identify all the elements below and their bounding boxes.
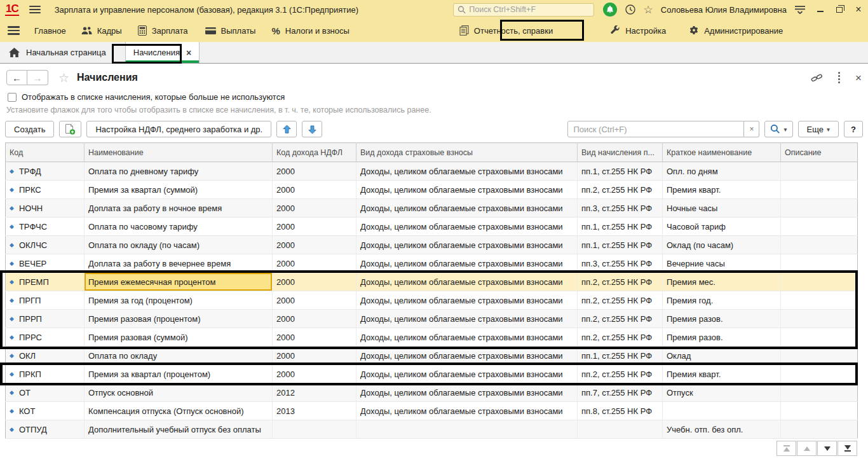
table-row[interactable]: ◆ОТ Отпуск основной 2012 Доходы, целиком… — [6, 384, 858, 402]
cell-accrual-kind[interactable]: пп.1, ст.255 НК РФ — [578, 347, 663, 365]
window-minimize-button[interactable] — [816, 4, 825, 15]
list-search-input[interactable] — [567, 121, 744, 137]
cell-description[interactable] — [781, 199, 858, 218]
sections-panel-icon[interactable] — [8, 26, 20, 35]
cell-accrual-kind[interactable]: пп.3, ст.255 НК РФ — [578, 199, 663, 218]
history-button[interactable] — [625, 4, 636, 15]
scroll-to-bottom-button[interactable] — [837, 441, 857, 456]
cell-description[interactable] — [781, 328, 858, 347]
cell-description[interactable] — [781, 254, 858, 273]
main-menu-icon[interactable] — [29, 6, 41, 13]
cell-short-name[interactable]: Оклад — [663, 347, 781, 365]
cell-description[interactable] — [781, 347, 858, 365]
menu-item-payments[interactable]: Выплаты — [205, 26, 256, 36]
cell-short-name[interactable]: Ночные часы — [663, 199, 781, 218]
column-header-description[interactable]: Описание — [781, 143, 858, 162]
table-row[interactable]: ◆ТРФЧС Оплата по часовому тарифу 2000 До… — [6, 218, 858, 236]
search-clear-button[interactable]: × — [744, 121, 759, 137]
cell-ndfl-code[interactable]: 2000 — [273, 347, 356, 365]
cell-description[interactable] — [781, 236, 858, 254]
table-row[interactable]: ◆ОКЛ Оплата по окладу 2000 Доходы, целик… — [6, 347, 858, 365]
nav-forward-button[interactable]: → — [27, 70, 48, 85]
cell-name[interactable]: Премия за год (процентом) — [85, 291, 273, 310]
ndfl-settings-button[interactable]: Настройка НДФЛ, среднего заработка и др. — [86, 121, 271, 137]
cell-short-name[interactable]: Премия разов. — [663, 310, 781, 328]
menu-item-hr[interactable]: Кадры — [81, 26, 122, 36]
cell-description[interactable] — [781, 310, 858, 328]
scroll-to-top-button[interactable] — [776, 441, 796, 456]
cell-name[interactable]: Премия ежемесячная процентом — [85, 273, 273, 291]
cell-name[interactable]: Дополнительный учебный отпуск без оплаты — [85, 420, 273, 439]
table-row[interactable]: ◆ПРЕМП Премия ежемесячная процентом 2000… — [6, 273, 858, 291]
cell-accrual-kind[interactable]: пп.2, ст.255 НК РФ — [578, 291, 663, 310]
favorites-button[interactable]: ☆ — [644, 3, 653, 17]
cell-accrual-kind[interactable]: пп.2, ст.255 НК РФ — [578, 181, 663, 199]
cell-accrual-kind[interactable]: пп.7, ст.255 НК РФ — [578, 384, 663, 402]
cell-ndfl-code[interactable] — [273, 420, 356, 439]
cell-ndfl-code[interactable]: 2000 — [273, 218, 356, 236]
form-more-icon[interactable] — [837, 71, 841, 85]
global-search-input[interactable] — [469, 5, 589, 14]
table-row[interactable]: ◆ПРРП Премия разовая (процентом) 2000 До… — [6, 310, 858, 328]
column-header-short[interactable]: Краткое наименование — [663, 143, 781, 162]
notifications-button[interactable] — [603, 3, 617, 17]
cell-ndfl-code[interactable]: 2000 — [273, 291, 356, 310]
cell-short-name[interactable] — [663, 402, 781, 420]
get-link-button[interactable] — [811, 73, 823, 83]
menu-item-taxes[interactable]: % Налоги и взносы — [271, 25, 349, 36]
cell-name[interactable]: Оплата по часовому тарифу — [85, 218, 273, 236]
cell-short-name[interactable]: Премия кварт. — [663, 181, 781, 199]
cell-ndfl-code[interactable]: 2013 — [273, 402, 356, 420]
table-row[interactable]: ◆ПРРС Премия разовая (суммой) 2000 Доход… — [6, 328, 858, 347]
column-header-code[interactable]: Код — [6, 143, 85, 162]
scroll-down-button[interactable] — [817, 441, 837, 456]
menu-item-salary[interactable]: Зарплата — [138, 25, 188, 36]
cell-insurance-income[interactable]: Доходы, целиком облагаемые страховыми вз… — [356, 236, 578, 254]
cell-description[interactable] — [781, 291, 858, 310]
cell-insurance-income[interactable]: Доходы, целиком облагаемые страховыми вз… — [356, 402, 578, 420]
form-close-icon[interactable]: × — [855, 73, 862, 83]
cell-short-name[interactable]: Учебн. отп. без опл. — [663, 420, 781, 439]
cell-insurance-income[interactable]: Доходы, целиком облагаемые страховыми вз… — [356, 273, 578, 291]
cell-ndfl-code[interactable]: 2000 — [273, 199, 356, 218]
table-row[interactable]: ◆ОТПУД Дополнительный учебный отпуск без… — [6, 420, 858, 439]
tab-home[interactable]: Начальная страница — [0, 42, 115, 63]
cell-name[interactable]: Премия за квартал (суммой) — [85, 181, 273, 199]
cell-accrual-kind[interactable]: пп.2, ст.255 НК РФ — [578, 365, 663, 384]
cell-accrual-kind[interactable]: пп.1, ст.255 НК РФ — [578, 218, 663, 236]
form-favorite-star-icon[interactable]: ☆ — [58, 71, 69, 85]
cell-insurance-income[interactable] — [356, 420, 578, 439]
search-options-button[interactable]: ▾ — [764, 121, 792, 137]
cell-short-name[interactable]: Премия разов. — [663, 328, 781, 347]
cell-short-name[interactable]: Опл. по дням — [663, 162, 781, 181]
cell-insurance-income[interactable]: Доходы, целиком облагаемые страховыми вз… — [356, 291, 578, 310]
cell-description[interactable] — [781, 181, 858, 199]
nav-back-button[interactable]: ← — [6, 70, 27, 85]
move-down-button[interactable] — [302, 121, 322, 137]
show-unused-checkbox[interactable] — [8, 93, 17, 102]
menu-item-settings[interactable]: Настройка — [610, 25, 666, 36]
cell-accrual-kind[interactable]: пп.2, ст.255 НК РФ — [578, 310, 663, 328]
cell-short-name[interactable]: Премия год. — [663, 291, 781, 310]
cell-short-name[interactable]: Вечерние часы — [663, 254, 781, 273]
table-row[interactable]: ◆ПРГП Премия за год (процентом) 2000 Дох… — [6, 291, 858, 310]
cell-name[interactable]: Премия за квартал (процентом) — [85, 365, 273, 384]
column-header-ndfl[interactable]: Код дохода НДФЛ — [273, 143, 356, 162]
cell-name[interactable]: Компенсация отпуска (Отпуск основной) — [85, 402, 273, 420]
cell-insurance-income[interactable]: Доходы, целиком облагаемые страховыми вз… — [356, 254, 578, 273]
table-row[interactable]: ◆КОТ Компенсация отпуска (Отпуск основно… — [6, 402, 858, 420]
window-restore-button[interactable] — [835, 4, 844, 15]
cell-insurance-income[interactable]: Доходы, целиком облагаемые страховыми вз… — [356, 328, 578, 347]
cell-description[interactable] — [781, 384, 858, 402]
cell-accrual-kind[interactable]: пп.8, ст.255 НК РФ — [578, 402, 663, 420]
current-user[interactable]: Соловьева Юлия Владимировна — [661, 5, 787, 15]
cell-name[interactable]: Доплата за работу в ночное время — [85, 199, 273, 218]
global-search[interactable] — [453, 3, 594, 17]
cell-ndfl-code[interactable]: 2000 — [273, 328, 356, 347]
cell-name[interactable]: Премия разовая (процентом) — [85, 310, 273, 328]
cell-insurance-income[interactable]: Доходы, целиком облагаемые страховыми вз… — [356, 365, 578, 384]
cell-short-name[interactable]: Премия кварт. — [663, 365, 781, 384]
column-header-kind[interactable]: Вид начисления п... — [578, 143, 663, 162]
cell-insurance-income[interactable]: Доходы, целиком облагаемые страховыми вз… — [356, 218, 578, 236]
cell-ndfl-code[interactable]: 2000 — [273, 365, 356, 384]
